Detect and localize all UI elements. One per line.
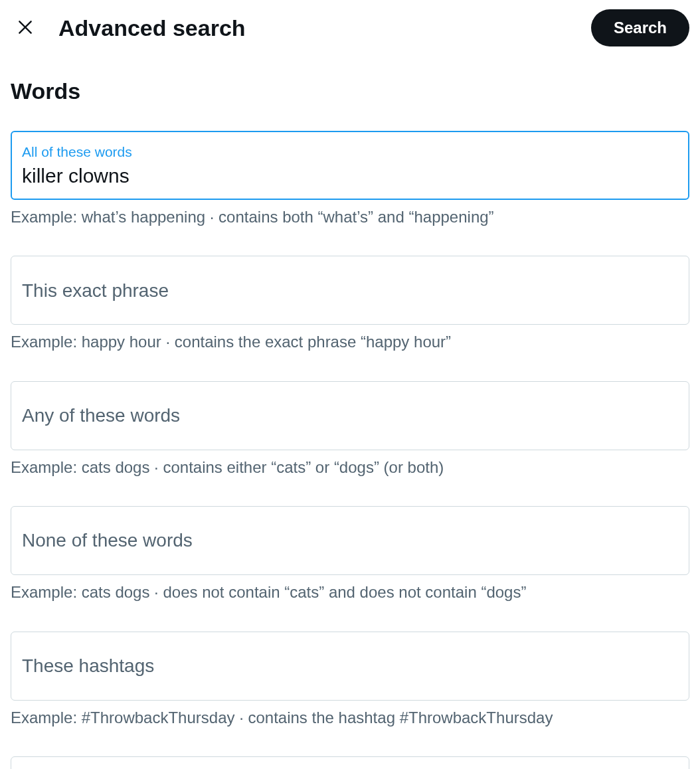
field-any-words: Any of these words Example: cats dogs · … — [11, 381, 689, 478]
page-title: Advanced search — [58, 15, 572, 41]
field-exact-phrase-label: This exact phrase — [22, 280, 678, 302]
section-words-title: Words — [11, 78, 689, 104]
field-exact-phrase-example: Example: happy hour · contains the exact… — [11, 331, 689, 353]
field-none-words: None of these words Example: cats dogs ·… — [11, 506, 689, 603]
content: Words All of these words Example: what’s… — [0, 78, 700, 769]
field-all-words-example: Example: what’s happening · contains bot… — [11, 207, 689, 228]
field-exact-phrase-box[interactable]: This exact phrase — [11, 256, 689, 325]
field-hashtags-label: These hashtags — [22, 655, 678, 677]
field-any-words-label: Any of these words — [22, 404, 678, 427]
all-words-input[interactable] — [22, 165, 678, 187]
field-none-words-box[interactable]: None of these words — [11, 506, 689, 575]
language-select-label: Language — [22, 766, 93, 769]
field-all-words-label: All of these words — [22, 143, 678, 160]
field-hashtags: These hashtags Example: #ThrowbackThursd… — [11, 632, 689, 728]
field-hashtags-box[interactable]: These hashtags — [11, 632, 689, 701]
search-button[interactable]: Search — [591, 9, 689, 46]
field-all-words: All of these words Example: what’s happe… — [11, 131, 689, 228]
close-icon — [17, 19, 34, 38]
field-hashtags-example: Example: #ThrowbackThursday · contains t… — [11, 707, 689, 728]
field-none-words-example: Example: cats dogs · does not contain “c… — [11, 582, 689, 603]
close-button[interactable] — [11, 13, 40, 43]
field-none-words-label: None of these words — [22, 529, 678, 552]
language-select[interactable]: Language — [11, 756, 689, 769]
header: Advanced search Search — [0, 0, 700, 56]
field-any-words-box[interactable]: Any of these words — [11, 381, 689, 450]
field-all-words-box[interactable]: All of these words — [11, 131, 689, 200]
field-any-words-example: Example: cats dogs · contains either “ca… — [11, 457, 689, 478]
field-language: Language — [11, 756, 689, 769]
field-exact-phrase: This exact phrase Example: happy hour · … — [11, 256, 689, 353]
